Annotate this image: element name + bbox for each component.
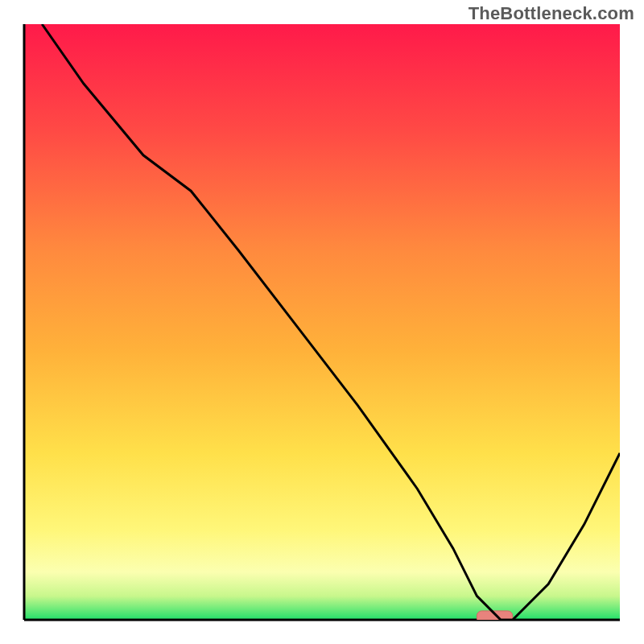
chart-svg	[0, 0, 644, 644]
watermark-text: TheBottleneck.com	[469, 3, 634, 24]
plot-background	[24, 24, 620, 620]
chart-container: TheBottleneck.com	[0, 0, 644, 644]
